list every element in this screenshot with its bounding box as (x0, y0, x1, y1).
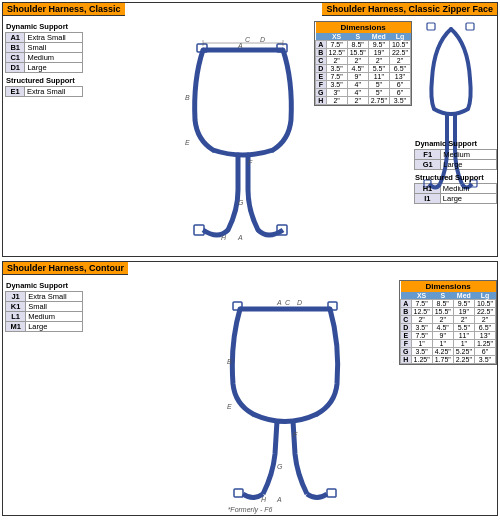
med-val: 5.5" (368, 65, 389, 73)
s-val: 8.5" (432, 300, 453, 308)
lg-val: 6" (389, 81, 410, 89)
list-item: A1Extra Small (6, 33, 83, 43)
table-row: A 7.5" 8.5" 9.5" 10.5" (401, 300, 496, 308)
svg-rect-22 (234, 489, 243, 497)
row-label: F (316, 81, 326, 89)
svg-text:C: C (245, 36, 251, 43)
svg-text:B: B (227, 358, 232, 365)
med-val: 11" (453, 332, 474, 340)
med-val: 5.5" (453, 324, 474, 332)
size: Small (25, 43, 83, 53)
xs-val: 7.5" (411, 300, 432, 308)
table-row: G 3" 4" 5" 6" (316, 89, 411, 97)
table-row: F 1" 1" 1" 1.25" (401, 340, 496, 348)
list-item: D1Large (6, 63, 83, 73)
xs-val: 7.5" (326, 41, 347, 49)
lg-val: 6" (474, 348, 495, 356)
s-val: 4.5" (432, 324, 453, 332)
dim-col-header: Lg (474, 292, 495, 300)
svg-text:F: F (293, 431, 298, 438)
dim-col-header (316, 33, 326, 41)
med-val: 2.75" (368, 97, 389, 105)
row-label: E (316, 73, 326, 81)
table-row: E 7.5" 9" 11" 13" (316, 73, 411, 81)
code: E1 (6, 87, 25, 97)
code: L1 (6, 312, 26, 322)
row-label: D (401, 324, 411, 332)
s-val: 2" (432, 316, 453, 324)
left-support-panel: Dynamic Support A1Extra SmallB1SmallC1Me… (3, 3, 83, 256)
lg-val: 13" (389, 73, 410, 81)
s-val: 9" (432, 332, 453, 340)
table-row: B 12.5" 15.5" 19" 22.5" (316, 49, 411, 57)
lg-val: 10.5" (474, 300, 495, 308)
xs-val: 3.5" (326, 81, 347, 89)
table-row: C 2" 2" 2" 2" (401, 316, 496, 324)
size: Extra Small (24, 87, 82, 97)
s-val: 2" (347, 97, 368, 105)
svg-text:E: E (227, 403, 232, 410)
svg-text:A: A (276, 496, 282, 503)
lg-val: 6.5" (474, 324, 495, 332)
row-label: A (401, 300, 411, 308)
table-row: A 7.5" 8.5" 9.5" 10.5" (316, 41, 411, 49)
code: C1 (6, 53, 25, 63)
row-label: C (401, 316, 411, 324)
lg-val: 6.5" (389, 65, 410, 73)
svg-rect-17 (466, 23, 474, 30)
xs-val: 12.5" (326, 49, 347, 57)
lg-val: 2" (474, 316, 495, 324)
table-row: E 7.5" 9" 11" 13" (401, 332, 496, 340)
xs-val: 2" (411, 316, 432, 324)
code: D1 (6, 63, 25, 73)
s-val: 4" (347, 89, 368, 97)
xs-val: 3.5" (411, 348, 432, 356)
s-val: 4.5" (347, 65, 368, 73)
svg-text:E: E (185, 139, 190, 146)
bottom-section: Shoulder Harness, Contour Dynamic Suppor… (2, 261, 498, 516)
med-val: 9.5" (368, 41, 389, 49)
svg-text:C: C (285, 299, 291, 306)
xs-val: 3.5" (326, 65, 347, 73)
dim-col-header: XS (411, 292, 432, 300)
dim-col-header: Med (453, 292, 474, 300)
dynamic-support-label: Dynamic Support (5, 22, 83, 31)
classic-harness-diagram: C D (183, 30, 313, 245)
left-structured-table: E1Extra Small (5, 86, 83, 97)
dim-col-header: XS (326, 33, 347, 41)
table-row: F 3.5" 4" 5" 6" (316, 81, 411, 89)
svg-text:D: D (297, 299, 302, 306)
right-harness-area: Dynamic Support F1MediumG1Large Structur… (412, 3, 497, 256)
xs-val: 2" (326, 97, 347, 105)
bottom-left-panel: Dynamic Support J1Extra SmallK1SmallL1Me… (3, 262, 83, 515)
row-label: G (316, 89, 326, 97)
list-item: C1Medium (6, 53, 83, 63)
row-label: H (316, 97, 326, 105)
dim-col-header: S (347, 33, 368, 41)
s-val: 4" (347, 81, 368, 89)
dim-col-header: Med (368, 33, 389, 41)
top-dimensions-table: Dimensions XSSMedLg A 7.5" 8.5" 9.5" 10.… (315, 22, 411, 105)
size: Extra Small (26, 292, 83, 302)
med-val: 5" (368, 89, 389, 97)
table-row: D 3.5" 4.5" 5.5" 6.5" (401, 324, 496, 332)
row-label: B (316, 49, 326, 57)
dim-col-header: Lg (389, 33, 410, 41)
row-label: A (316, 41, 326, 49)
size: Large (25, 63, 83, 73)
size: Extra Small (25, 33, 83, 43)
med-val: 19" (368, 49, 389, 57)
svg-text:A: A (237, 234, 243, 241)
med-val: 5" (368, 81, 389, 89)
xs-val: 1" (411, 340, 432, 348)
med-val: 5.25" (453, 348, 474, 356)
xs-val: 12.5" (411, 308, 432, 316)
bottom-dynamic-label-wrap: Dynamic Support J1Extra SmallK1SmallL1Me… (5, 281, 83, 332)
dim-col-header (401, 292, 411, 300)
row-label: E (401, 332, 411, 340)
med-val: 2" (368, 57, 389, 65)
dim-col-header: S (432, 292, 453, 300)
table-row: G 3.5" 4.25" 5.25" 6" (401, 348, 496, 356)
list-item: J1Extra Small (6, 292, 83, 302)
med-val: 2.25" (453, 356, 474, 364)
